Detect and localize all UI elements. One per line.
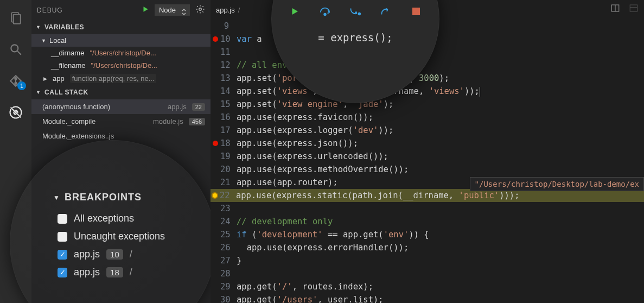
variable-row[interactable]: ▶appfunction app(req, res, ne... xyxy=(31,72,211,85)
line-number: 14 xyxy=(220,85,237,98)
git-icon[interactable]: 1 xyxy=(8,73,24,89)
line-number: 13 xyxy=(220,72,237,85)
code-text: // development only xyxy=(237,215,333,228)
code-line[interactable]: 29app.get('/', routes.index); xyxy=(211,280,644,293)
code-line[interactable]: 13app.set('port', process.env.PORT || 30… xyxy=(211,72,644,85)
code-line[interactable]: 30app.get('/users', user.list); xyxy=(211,293,644,303)
code-text: app.get('/', routes.index); xyxy=(237,280,373,293)
explorer-icon[interactable] xyxy=(8,10,24,26)
stack-frame-file: app.js xyxy=(168,103,187,111)
breakpoint-icon[interactable] xyxy=(213,141,218,146)
code-line[interactable]: 27} xyxy=(211,254,644,267)
code-line[interactable]: 28 xyxy=(211,267,644,280)
stack-frame[interactable]: (anonymous function)app.js22 xyxy=(31,99,211,114)
chevron-down-icon: ▼ xyxy=(53,194,60,201)
breakpoint-icon[interactable] xyxy=(213,36,218,42)
line-number: 9 xyxy=(220,20,237,33)
variables-local[interactable]: ▼ Local xyxy=(31,34,211,47)
breakpoints-label: BREAKPOINTS xyxy=(65,192,142,203)
line-number: 19 xyxy=(220,150,237,163)
checkbox-icon[interactable] xyxy=(58,232,67,242)
breakpoint-item[interactable]: ✓app.js18/ xyxy=(53,263,221,281)
code-line[interactable]: 24// development only xyxy=(211,215,644,228)
start-debug-icon[interactable] xyxy=(142,5,149,15)
line-number: 22 xyxy=(220,189,236,202)
variable-name: __dirname xyxy=(51,49,84,57)
checkbox-icon[interactable] xyxy=(58,214,67,224)
code-line[interactable]: 15app.set('view engine', 'jade'); xyxy=(211,98,644,111)
code-line[interactable]: 19app.use(express.urlencoded()); xyxy=(211,150,644,163)
checkbox-icon[interactable]: ✓ xyxy=(58,268,67,277)
code-line[interactable]: 26 app.use(express.errorHandler()); xyxy=(211,241,644,254)
code-line[interactable]: 16app.use(express.favicon()); xyxy=(211,111,644,124)
breakpoints-section[interactable]: ▼ BREAKPOINTS xyxy=(53,192,221,203)
hover-tooltip: "/Users/christop/Desktop/lab-demo/ex xyxy=(470,177,644,191)
variable-row[interactable]: __dirname"/Users/christop/De... xyxy=(31,47,211,59)
code-line[interactable]: 20app.use(express.methodOverride()); xyxy=(211,163,644,176)
variables-section[interactable]: ▼ VARIABLES xyxy=(31,20,211,34)
code-text: if ('development' == app.get('env')) { xyxy=(237,228,429,241)
stack-frame-name: Module._compile xyxy=(42,117,148,125)
continue-button[interactable] xyxy=(289,5,301,17)
svg-point-17 xyxy=(359,13,361,15)
bp-all-exceptions[interactable]: All exceptions xyxy=(53,210,221,228)
split-editor-icon[interactable] xyxy=(610,3,620,15)
code-line[interactable]: 14app.set('views', path.join(__dirname, … xyxy=(211,85,644,98)
code-line[interactable]: 25if ('development' == app.get('env')) { xyxy=(211,228,644,241)
search-icon[interactable] xyxy=(8,41,24,58)
variable-row[interactable]: __filename"/Users/christop/De... xyxy=(31,59,211,72)
debug-config-select[interactable]: Node xyxy=(155,4,190,16)
bp-uncaught-exceptions-label: Uncaught exceptions xyxy=(74,231,165,242)
code-line[interactable]: 23 xyxy=(211,202,644,215)
code-line[interactable]: 18app.use(express.json()); xyxy=(211,137,644,150)
git-badge: 1 xyxy=(17,81,26,90)
bp-uncaught-exceptions[interactable]: Uncaught exceptions xyxy=(53,228,221,245)
svg-line-3 xyxy=(17,51,21,55)
bp-all-exceptions-label: All exceptions xyxy=(74,213,134,224)
breakpoint-line: 10 xyxy=(106,249,123,260)
breakpoint-sep: / xyxy=(130,249,132,260)
line-number: 17 xyxy=(220,124,237,137)
code-text: app.use(express.methodOverride()); xyxy=(237,163,409,176)
step-out-button[interactable] xyxy=(380,5,392,17)
stack-frame-name: (anonymous function) xyxy=(42,103,162,111)
line-number: 27 xyxy=(220,254,237,267)
breakpoint-item[interactable]: ✓app.js10/ xyxy=(53,245,221,263)
stack-frame[interactable]: Module._compilemodule.js456 xyxy=(31,114,211,129)
variable-value: function app(req, res, ne... xyxy=(70,74,157,83)
code-text: app.use(express.logger('dev')); xyxy=(237,124,393,137)
line-number: 30 xyxy=(220,293,237,303)
line-number: 28 xyxy=(220,267,237,280)
chevron-down-icon: ▼ xyxy=(41,38,46,43)
stack-frame-line: 22 xyxy=(192,103,205,111)
chevron-down-icon: ▼ xyxy=(36,24,41,30)
line-number: 21 xyxy=(220,176,237,189)
stack-frame[interactable]: Module._extensions..js xyxy=(31,129,211,143)
gear-icon[interactable] xyxy=(195,4,205,16)
more-icon[interactable] xyxy=(629,3,639,15)
line-number: 26 xyxy=(220,241,237,254)
svg-point-16 xyxy=(324,14,326,16)
variable-value: "/Users/christop/De... xyxy=(90,49,156,57)
callstack-section[interactable]: ▼ CALL STACK xyxy=(31,85,211,99)
svg-rect-1 xyxy=(14,15,21,24)
line-number: 16 xyxy=(220,111,237,124)
callstack-label: CALL STACK xyxy=(44,89,88,96)
line-number: 18 xyxy=(220,137,237,150)
debug-sidebar: DEBUG Node ▼ VARIABLES ▼ Local __dirname… xyxy=(31,0,211,303)
tab-filename[interactable]: app.js xyxy=(216,6,235,14)
debug-icon[interactable] xyxy=(8,104,24,121)
current-line-icon xyxy=(212,192,218,199)
variable-name: __filename xyxy=(51,61,86,70)
stop-button[interactable] xyxy=(410,5,422,17)
chevron-down-icon: ▼ xyxy=(36,90,41,95)
code-text: app.use(express.urlencoded()); xyxy=(237,150,388,163)
step-into-button[interactable] xyxy=(349,5,361,17)
breakpoint-file: app.js xyxy=(74,267,100,278)
code-line[interactable]: 17app.use(express.logger('dev')); xyxy=(211,124,644,137)
stack-frame-name: Module._extensions..js xyxy=(42,132,205,140)
checkbox-icon[interactable]: ✓ xyxy=(58,250,67,260)
step-over-button[interactable] xyxy=(319,5,331,17)
line-number: 12 xyxy=(220,59,237,72)
code-text: app.use(express.errorHandler()); xyxy=(237,241,409,254)
